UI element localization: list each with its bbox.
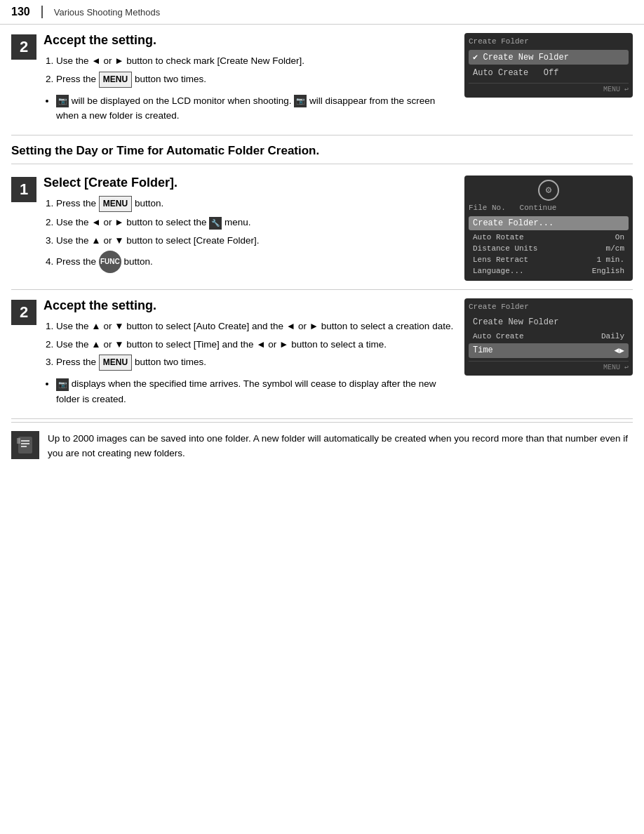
step-number-1: 2	[11, 34, 36, 60]
lcd-item-create-new: ✔ Create New Folder	[469, 50, 629, 65]
step-1-instructions: Use the ◄ or ► button to check mark [Cre…	[43, 53, 456, 124]
step-1-text: Accept the setting. Use the ◄ or ► butto…	[43, 33, 456, 126]
lcd-item-create-new-2: Create New Folder	[469, 315, 629, 329]
or-label-7: or	[268, 339, 276, 350]
lcd-item-auto-create-daily: Auto CreateDaily	[469, 331, 629, 342]
up-arrow-1: ▲	[91, 235, 100, 246]
note-box: Up to 2000 images can be saved into one …	[11, 422, 633, 470]
func-set-button: FUNCSET	[99, 251, 121, 273]
right-arrow-3: ►	[309, 321, 318, 331]
menu-button-label: MENU	[99, 72, 132, 88]
page-number: 130	[11, 6, 43, 18]
or-label-5: or	[298, 321, 307, 331]
down-arrow-1: ▼	[114, 235, 123, 246]
step-1-content: Accept the setting. Use the ◄ or ► butto…	[43, 33, 633, 126]
step-1-heading: Accept the setting.	[43, 33, 456, 48]
lcd-title-1: Create Folder	[469, 37, 629, 47]
menu-button-label-3: MENU	[99, 355, 132, 371]
lcd-screen-1: Create Folder ✔ Create New Folder Auto C…	[464, 33, 633, 98]
down-arrow-3: ▼	[114, 339, 123, 350]
menu-button-label-2: MENU	[99, 196, 132, 212]
step-3-content: Accept the setting. Use the ▲ or ▼ butto…	[43, 298, 633, 410]
left-arrow-icon: ◄	[91, 55, 100, 66]
step-1-note: 📷 will be displayed on the LCD monitor w…	[56, 93, 456, 124]
lcd-item-auto-rotate: Auto RotateOn	[469, 232, 629, 243]
up-arrow-3: ▲	[91, 339, 100, 350]
step-1-instruction-2: Press the MENU button two times.	[56, 72, 456, 88]
right-arrow-2: ►	[114, 217, 123, 227]
note-text: Up to 2000 images can be saved into one …	[48, 431, 633, 461]
down-arrow-2: ▼	[114, 321, 123, 331]
svg-rect-4	[17, 438, 20, 444]
step-number-2: 1	[11, 177, 36, 202]
lcd-cam-icon: ⚙	[469, 180, 629, 201]
right-arrow-icon: ►	[114, 55, 123, 66]
page-title: Various Shooting Methods	[54, 7, 161, 18]
lcd-title-2: File No. Continue	[469, 204, 629, 213]
lcd-item-time: Time ◄▶	[469, 343, 629, 358]
step-2-text: Select [Create Folder]. Press the MENU b…	[43, 176, 456, 281]
step-2-instruction-2: Use the ◄ or ► button to select the 🔧 me…	[56, 215, 456, 230]
step-2-content: Select [Create Folder]. Press the MENU b…	[43, 176, 633, 281]
lcd-screen-2: ⚙ File No. Continue Create Folder... Aut…	[464, 176, 633, 281]
lcd-bottom-3: MENU ↩	[469, 361, 629, 371]
step-3-instructions: Use the ▲ or ▼ button to select [Auto Cr…	[43, 319, 456, 407]
lcd-title-3: Create Folder	[469, 303, 629, 312]
note-icon	[11, 431, 39, 459]
step-2-instruction-3: Use the ▲ or ▼ button to select [Create …	[56, 233, 456, 249]
menu-icon: 🔧	[209, 217, 222, 230]
step-row-3: 2 Accept the setting. Use the ▲ or ▼ but…	[11, 290, 633, 419]
main-content: 2 Accept the setting. Use the ◄ or ► but…	[0, 25, 644, 470]
or-label-1: or	[103, 55, 112, 66]
lcd-item-distance: Distance Unitsm/cm	[469, 243, 629, 254]
left-arrow-3: ◄	[286, 321, 295, 331]
left-arrow-4: ◄	[256, 339, 265, 350]
lcd-item-language: Language...English	[469, 265, 629, 277]
left-arrow-2: ◄	[91, 217, 100, 227]
cam-circle: ⚙	[538, 180, 559, 201]
page-header: 130 Various Shooting Methods	[0, 0, 644, 25]
lcd-item-create-folder: Create Folder...	[469, 216, 629, 230]
step-row-2: 1 Select [Create Folder]. Press the MENU…	[11, 167, 633, 290]
or-label-2: or	[103, 217, 112, 227]
lcd-item-auto-create: Auto Create Off	[469, 66, 629, 80]
or-label-4: or	[103, 321, 112, 331]
or-label-6: or	[103, 339, 112, 350]
step-row-1: 2 Accept the setting. Use the ◄ or ► but…	[11, 25, 633, 135]
section-2-heading: Setting the Day or Time for Automatic Fo…	[11, 135, 633, 164]
step-2-heading: Select [Create Folder].	[43, 176, 456, 190]
step-3-note: 📷 displays when the specified time arriv…	[56, 376, 456, 406]
up-arrow-2: ▲	[91, 321, 100, 331]
step-3-instruction-1: Use the ▲ or ▼ button to select [Auto Cr…	[56, 319, 456, 334]
step-3-heading: Accept the setting.	[43, 298, 456, 313]
lcd-item-lens: Lens Retract1 min.	[469, 254, 629, 265]
or-label-3: or	[103, 235, 112, 246]
camera-icon-note2: 📷	[294, 95, 307, 107]
step-3-instruction-2: Use the ▲ or ▼ button to select [Time] a…	[56, 337, 456, 352]
step-number-3: 2	[11, 300, 36, 325]
right-arrow-4: ►	[279, 339, 288, 350]
lcd-screen-3: Create Folder Create New Folder Auto Cre…	[464, 298, 633, 376]
step-2-instruction-4: Press the FUNCSET button.	[56, 251, 456, 273]
note-svg-icon	[15, 435, 35, 455]
step-3-instruction-3: Press the MENU button two times.	[56, 355, 456, 371]
camera-icon-note3: 📷	[56, 378, 69, 391]
step-1-instruction-1: Use the ◄ or ► button to check mark [Cre…	[56, 53, 456, 69]
camera-icon-note: 📷	[56, 95, 69, 107]
step-2-instructions: Press the MENU button. Use the ◄ or ► bu…	[43, 196, 456, 273]
lcd-bottom-1: MENU ↩	[469, 83, 629, 93]
step-3-text: Accept the setting. Use the ▲ or ▼ butto…	[43, 298, 456, 410]
step-2-instruction-1: Press the MENU button.	[56, 196, 456, 212]
